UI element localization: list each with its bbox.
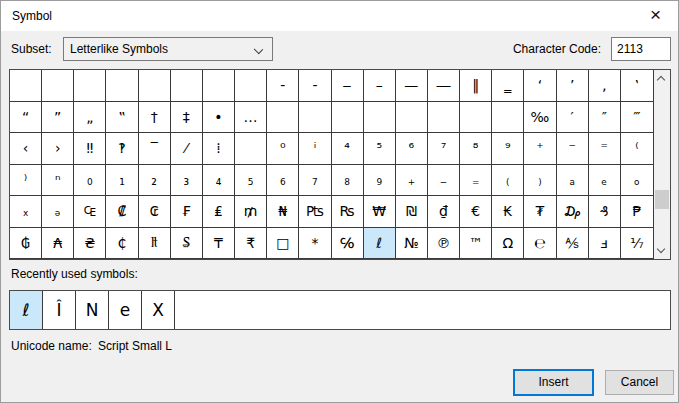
grid-cell[interactable]: ₢ [139, 196, 171, 228]
grid-cell[interactable] [267, 102, 299, 134]
grid-cell[interactable]: ₱ [621, 196, 653, 228]
grid-cell[interactable]: › [42, 133, 74, 165]
grid-cell[interactable]: ₌ [460, 165, 492, 197]
grid-cell[interactable]: ₹ [235, 228, 267, 260]
grid-cell[interactable]: „ [74, 102, 106, 134]
grid-cell[interactable]: ⅍ [557, 228, 589, 260]
grid-cell[interactable]: ⁄ [171, 133, 203, 165]
grid-cell[interactable]: ⁺ [524, 133, 556, 165]
grid-cell[interactable]: ₳ [42, 228, 74, 260]
grid-cell[interactable]: ⁹ [492, 133, 524, 165]
grid-cell[interactable] [235, 133, 267, 165]
grid-cell[interactable]: ₉ [364, 165, 396, 197]
grid-cell[interactable]: ‘ [524, 70, 556, 102]
grid-cell[interactable]: ⁱ [299, 133, 331, 165]
grid-cell[interactable] [42, 70, 74, 102]
recent-symbol-cell[interactable]: ℓ [10, 291, 43, 329]
grid-cell[interactable]: ‗ [492, 70, 524, 102]
grid-cell[interactable]: † [139, 102, 171, 134]
grid-cell[interactable] [74, 70, 106, 102]
grid-cell[interactable]: * [299, 228, 331, 260]
grid-cell[interactable]: ₸ [203, 228, 235, 260]
recent-symbol-cell[interactable]: e [109, 291, 142, 329]
grid-cell[interactable]: ‛ [621, 70, 653, 102]
grid-cell[interactable]: ₥ [235, 196, 267, 228]
grid-cell[interactable]: ℅ [332, 228, 364, 260]
grid-cell[interactable]: ‡ [171, 102, 203, 134]
scroll-down-button[interactable] [654, 242, 670, 259]
grid-cell[interactable]: ‾ [139, 133, 171, 165]
grid-cell[interactable]: ₶ [139, 228, 171, 260]
grid-cell[interactable]: ₂ [139, 165, 171, 197]
grid-cell[interactable]: ⁞ [203, 133, 235, 165]
grid-cell[interactable]: Ω [492, 228, 524, 260]
grid-cell[interactable]: ⅐ [621, 228, 653, 260]
subset-dropdown[interactable]: Letterlike Symbols [63, 37, 273, 61]
grid-cell[interactable]: ₪ [396, 196, 428, 228]
grid-cell[interactable] [364, 102, 396, 134]
grid-cell[interactable]: ₑ [589, 165, 621, 197]
grid-cell[interactable]: ₦ [267, 196, 299, 228]
grid-cell[interactable]: ⁾ [10, 165, 42, 197]
grid-cell[interactable]: ₠ [74, 196, 106, 228]
grid-cell[interactable]: ⁰ [267, 133, 299, 165]
grid-cell[interactable]: ₔ [42, 196, 74, 228]
grid-cell[interactable]: ₭ [492, 196, 524, 228]
grid-cell[interactable] [10, 70, 42, 102]
grid-cell[interactable]: ₤ [203, 196, 235, 228]
grid-cell[interactable]: ₰ [589, 196, 621, 228]
grid-cell[interactable]: € [460, 196, 492, 228]
cancel-button[interactable]: Cancel [605, 370, 674, 395]
grid-cell[interactable]: “ [10, 102, 42, 134]
grid-cell[interactable]: ₨ [332, 196, 364, 228]
grid-cell[interactable]: ‴ [621, 102, 653, 134]
grid-cell[interactable]: ‹ [10, 133, 42, 165]
grid-cell[interactable]: ‖ [460, 70, 492, 102]
grid-cell[interactable]: ‑ [299, 70, 331, 102]
grid-cell[interactable]: ₧ [299, 196, 331, 228]
grid-cell[interactable] [235, 70, 267, 102]
insert-button[interactable]: Insert [513, 369, 594, 396]
grid-cell[interactable]: … [235, 102, 267, 134]
grid-cell[interactable]: ₁ [106, 165, 138, 197]
grid-cell[interactable]: ₍ [492, 165, 524, 197]
grid-cell[interactable]: ‽ [106, 133, 138, 165]
scrollbar-thumb[interactable] [655, 190, 669, 209]
grid-cell[interactable]: ⁿ [42, 165, 74, 197]
grid-cell[interactable]: ⁻ [557, 133, 589, 165]
grid-cell[interactable]: ₓ [10, 196, 42, 228]
grid-cell[interactable]: ₎ [524, 165, 556, 197]
grid-cell[interactable]: ⁽ [621, 133, 653, 165]
grid-cell[interactable]: ⁷ [428, 133, 460, 165]
grid-cell[interactable]: ⁼ [589, 133, 621, 165]
grid-cell[interactable]: ₒ [621, 165, 653, 197]
grid-cell[interactable]: ⅎ [589, 228, 621, 260]
grid-cell[interactable]: ₈ [332, 165, 364, 197]
grid-cell[interactable]: ₆ [267, 165, 299, 197]
grid-cell[interactable]: ₄ [203, 165, 235, 197]
character-code-input[interactable] [611, 37, 671, 61]
grid-cell[interactable]: ‒ [332, 70, 364, 102]
grid-cell[interactable]: № [396, 228, 428, 260]
grid-cell[interactable]: ′ [557, 102, 589, 134]
recent-symbol-cell[interactable]: X [142, 291, 175, 329]
grid-cell[interactable]: ‐ [267, 70, 299, 102]
grid-cell[interactable] [492, 102, 524, 134]
grid-cell[interactable]: • [203, 102, 235, 134]
grid-cell[interactable]: ― [428, 70, 460, 102]
grid-cell[interactable]: ℓ [364, 228, 396, 260]
grid-cell[interactable] [332, 102, 364, 134]
grid-cell[interactable]: ‟ [106, 102, 138, 134]
recent-symbol-cell[interactable]: N [76, 291, 109, 329]
grid-cell[interactable]: ₃ [171, 165, 203, 197]
grid-cell[interactable]: ₐ [557, 165, 589, 197]
grid-cell[interactable]: ⁸ [460, 133, 492, 165]
grid-cell[interactable]: ℗ [428, 228, 460, 260]
grid-cell[interactable]: ₅ [235, 165, 267, 197]
grid-cell[interactable]: ℮ [524, 228, 556, 260]
grid-cell[interactable]: ‰ [524, 102, 556, 134]
grid-cell[interactable]: – [364, 70, 396, 102]
grid-cell[interactable]: ⁴ [332, 133, 364, 165]
grid-cell[interactable]: ” [42, 102, 74, 134]
grid-cell[interactable] [203, 70, 235, 102]
